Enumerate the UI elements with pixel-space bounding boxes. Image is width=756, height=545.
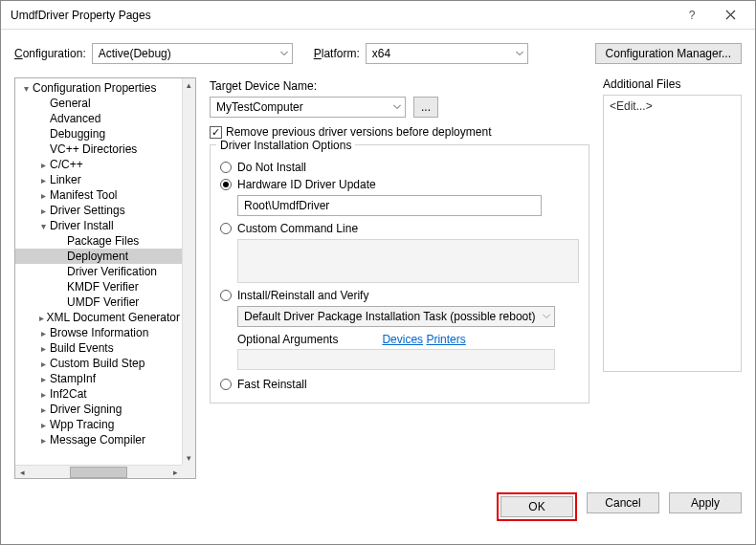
expand-icon[interactable]: ▸ bbox=[36, 160, 50, 170]
chevron-down-icon bbox=[280, 52, 288, 56]
configuration-manager-button[interactable]: Configuration Manager... bbox=[595, 43, 742, 64]
collapse-icon[interactable]: ▾ bbox=[19, 83, 33, 94]
driver-install-options-group: Driver Installation Options Do Not Insta… bbox=[210, 144, 589, 403]
optional-arguments-input[interactable] bbox=[237, 349, 555, 370]
tree-item[interactable]: ▸StampInf bbox=[15, 371, 182, 386]
scroll-down-icon[interactable]: ▾ bbox=[183, 451, 196, 465]
target-device-select[interactable]: MyTestComputer bbox=[210, 97, 406, 118]
configuration-label: Configuration: bbox=[14, 47, 86, 60]
tree-hscrollbar[interactable]: ◂ ▸ bbox=[15, 465, 182, 478]
tree-item-label: KMDF Verifier bbox=[67, 280, 139, 294]
tree-item-label: Message Compiler bbox=[50, 433, 145, 447]
install-task-select[interactable]: Default Driver Package Installation Task… bbox=[237, 306, 555, 327]
remove-previous-checkbox[interactable]: ✓ bbox=[210, 126, 222, 139]
expand-icon[interactable]: ▸ bbox=[36, 206, 50, 216]
tree-item-label: Deployment bbox=[67, 250, 128, 263]
tree-item[interactable]: ▸Driver Signing bbox=[15, 402, 182, 417]
tree-vscrollbar[interactable]: ▴ ▾ bbox=[182, 78, 195, 465]
tree-item[interactable]: Debugging bbox=[15, 126, 182, 142]
target-device-label: Target Device Name: bbox=[210, 79, 589, 93]
close-button[interactable] bbox=[711, 2, 749, 29]
tree-item-label: Inf2Cat bbox=[50, 387, 87, 401]
tree-item[interactable]: Advanced bbox=[15, 111, 182, 126]
devices-link[interactable]: Devices bbox=[382, 333, 423, 346]
tree-item[interactable]: ▸Custom Build Step bbox=[15, 356, 182, 371]
install-task-value: Default Driver Package Installation Task… bbox=[244, 310, 536, 323]
expand-icon[interactable]: ▸ bbox=[36, 328, 50, 338]
platform-value: x64 bbox=[372, 47, 390, 60]
tree-item[interactable]: ▸Linker bbox=[15, 172, 182, 187]
tree-item[interactable]: ▸Wpp Tracing bbox=[15, 417, 182, 432]
radio-custom-command[interactable]: Custom Command Line bbox=[220, 222, 579, 235]
tree-item-label: General bbox=[50, 97, 91, 110]
tree-item-label: XML Document Generator bbox=[46, 311, 180, 324]
expand-icon[interactable]: ▸ bbox=[36, 435, 50, 446]
additional-files-edit[interactable]: <Edit...> bbox=[610, 99, 653, 113]
printers-link[interactable]: Printers bbox=[426, 333, 465, 346]
tree-item[interactable]: VC++ Directories bbox=[15, 142, 182, 157]
radio-install-verify[interactable]: Install/Reinstall and Verify bbox=[220, 289, 579, 302]
expand-icon[interactable]: ▸ bbox=[36, 389, 50, 400]
expand-icon[interactable]: ▸ bbox=[36, 420, 50, 430]
expand-icon[interactable]: ▸ bbox=[36, 175, 50, 185]
scroll-left-icon[interactable]: ◂ bbox=[15, 466, 29, 479]
tree-list[interactable]: ▾Configuration PropertiesGeneralAdvanced… bbox=[15, 78, 182, 465]
window-title: UmdfDriver Property Pages bbox=[11, 9, 673, 22]
platform-label: Platform: bbox=[314, 47, 360, 60]
browse-button[interactable]: ... bbox=[413, 97, 438, 118]
tree-item-label: Driver Verification bbox=[67, 265, 157, 278]
radio-icon bbox=[220, 179, 232, 190]
ok-button[interactable]: OK bbox=[500, 496, 573, 517]
scroll-right-icon[interactable]: ▸ bbox=[168, 466, 182, 479]
tree-item[interactable]: ▸Inf2Cat bbox=[15, 386, 182, 402]
tree-item[interactable]: ▸XML Document Generator bbox=[15, 310, 182, 325]
scroll-up-icon[interactable]: ▴ bbox=[183, 78, 196, 92]
apply-button[interactable]: Apply bbox=[669, 492, 742, 513]
tree-item[interactable]: KMDF Verifier bbox=[15, 279, 182, 294]
expand-icon[interactable]: ▸ bbox=[36, 313, 46, 323]
tree-item-label: Build Events bbox=[50, 341, 114, 355]
tree-item[interactable]: UMDF Verifier bbox=[15, 294, 182, 310]
tree-item-label: Manifest Tool bbox=[50, 188, 117, 202]
expand-icon[interactable]: ▸ bbox=[36, 359, 50, 369]
custom-command-textarea[interactable] bbox=[237, 239, 579, 283]
radio-do-not-install[interactable]: Do Not Install bbox=[220, 161, 579, 174]
tree-item[interactable]: Package Files bbox=[15, 233, 182, 249]
tree-item[interactable]: ▾Configuration Properties bbox=[15, 80, 182, 96]
tree-item[interactable]: General bbox=[15, 96, 182, 111]
configuration-select[interactable]: Active(Debug) bbox=[92, 43, 293, 64]
chevron-down-icon bbox=[516, 52, 523, 56]
hardware-id-input[interactable]: Root\UmdfDriver bbox=[237, 195, 542, 216]
cancel-button[interactable]: Cancel bbox=[587, 492, 659, 513]
tree-item[interactable]: ▸Message Compiler bbox=[15, 432, 182, 447]
tree-item[interactable]: ▸Driver Settings bbox=[15, 203, 182, 218]
tree-item[interactable]: Driver Verification bbox=[15, 264, 182, 279]
tree-item-label: Package Files bbox=[67, 234, 139, 248]
tree-item[interactable]: ▸C/C++ bbox=[15, 157, 182, 172]
collapse-icon[interactable]: ▾ bbox=[36, 221, 50, 231]
tree-item[interactable]: ▾Driver Install bbox=[15, 218, 182, 233]
additional-files-box[interactable]: <Edit...> bbox=[603, 95, 742, 372]
expand-icon[interactable]: ▸ bbox=[36, 404, 50, 415]
tree-item[interactable]: ▸Browse Information bbox=[15, 325, 182, 340]
hscroll-thumb[interactable] bbox=[70, 467, 127, 478]
tree-item[interactable]: Deployment bbox=[15, 249, 182, 264]
tree-item-label: Driver Signing bbox=[50, 403, 122, 416]
radio-fast-reinstall[interactable]: Fast Reinstall bbox=[220, 378, 579, 391]
group-legend: Driver Installation Options bbox=[216, 139, 355, 152]
tree-item-label: VC++ Directories bbox=[50, 142, 137, 156]
tree-item-label: Custom Build Step bbox=[50, 357, 145, 370]
remove-previous-label: Remove previous driver versions before d… bbox=[226, 125, 491, 139]
tree-item[interactable]: ▸Build Events bbox=[15, 340, 182, 356]
expand-icon[interactable]: ▸ bbox=[36, 374, 50, 384]
tree-item[interactable]: ▸Manifest Tool bbox=[15, 187, 182, 203]
dialog-footer: OK Cancel Apply bbox=[1, 479, 755, 534]
expand-icon[interactable]: ▸ bbox=[36, 343, 50, 354]
radio-hardware-id[interactable]: Hardware ID Driver Update bbox=[220, 178, 579, 191]
tree-item-label: StampInf bbox=[50, 372, 96, 385]
tree-item-label: Browse Information bbox=[50, 326, 148, 339]
platform-select[interactable]: x64 bbox=[366, 43, 528, 64]
tree-item-label: Advanced bbox=[50, 112, 100, 125]
help-button[interactable]: ? bbox=[673, 2, 711, 29]
expand-icon[interactable]: ▸ bbox=[36, 190, 50, 201]
